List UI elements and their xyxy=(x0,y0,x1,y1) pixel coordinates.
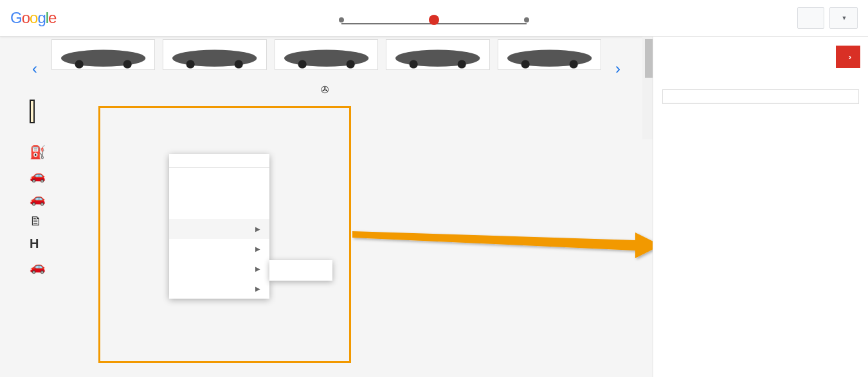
svg-point-14 xyxy=(569,60,577,68)
chevron-right-icon: › xyxy=(849,52,851,62)
document-icon: 🗎 xyxy=(30,214,49,229)
product-record-card xyxy=(662,89,859,104)
camera-icon: ✇ xyxy=(321,84,329,95)
step-dot xyxy=(339,17,344,22)
svg-point-12 xyxy=(507,49,592,66)
menu-clear-tag[interactable] xyxy=(169,154,269,168)
menu-review[interactable]: ▶ xyxy=(169,279,269,299)
svg-point-0 xyxy=(61,49,145,66)
progress-stepper xyxy=(339,11,529,25)
submenu-brand-name[interactable] xyxy=(269,260,332,270)
fuel-icon: ⛽ xyxy=(30,145,49,160)
step-dot xyxy=(524,17,529,22)
help-button[interactable] xyxy=(797,7,824,29)
menu-image[interactable] xyxy=(169,180,269,193)
scrollbar[interactable] xyxy=(642,37,653,139)
svg-point-2 xyxy=(123,60,132,68)
menu-name[interactable] xyxy=(169,168,269,180)
chevron-right-icon: ▶ xyxy=(255,265,260,272)
records-sidebar: › xyxy=(653,37,868,377)
car-thumbnail[interactable] xyxy=(275,39,378,70)
svg-point-11 xyxy=(458,60,466,68)
step-line xyxy=(341,23,431,24)
svg-point-10 xyxy=(410,60,418,68)
svg-point-9 xyxy=(395,49,480,66)
menu-offer[interactable]: ▶ xyxy=(169,239,269,259)
svg-point-13 xyxy=(521,60,529,68)
svg-point-8 xyxy=(346,60,354,68)
car-thumbnail[interactable] xyxy=(163,39,266,70)
content-area: ‹ › ✇ ⛽ 🚗 xyxy=(0,37,653,377)
image-carousel xyxy=(0,37,653,80)
car-icon: 🚗 xyxy=(30,191,49,206)
carousel-next-icon[interactable]: › xyxy=(615,60,620,78)
drivetrain-icon: H xyxy=(30,236,49,251)
create-html-button[interactable]: › xyxy=(836,46,860,68)
brand-submenu xyxy=(269,260,332,281)
car-icon: 🚗 xyxy=(30,259,49,274)
google-logo: Google xyxy=(10,9,56,27)
menu-url[interactable] xyxy=(169,206,269,219)
svg-point-1 xyxy=(75,60,84,68)
app-header: Google ▼ xyxy=(0,0,868,37)
settings-button[interactable]: ▼ xyxy=(829,7,858,29)
tag-context-menu: ▶ ▶ ▶ ▶ xyxy=(169,154,269,299)
tagged-selection[interactable] xyxy=(30,100,35,123)
svg-point-4 xyxy=(186,60,195,68)
svg-point-3 xyxy=(172,49,257,66)
car-icon: 🚗 xyxy=(30,168,49,183)
car-thumbnail[interactable] xyxy=(386,39,489,70)
car-thumbnail[interactable] xyxy=(498,39,601,70)
svg-point-6 xyxy=(284,49,368,66)
car-thumbnail[interactable] xyxy=(51,39,155,70)
show-all-photos-link[interactable]: ✇ xyxy=(0,80,653,100)
submenu-brand-logo[interactable] xyxy=(269,270,332,281)
step-dot-active xyxy=(429,15,439,25)
svg-point-7 xyxy=(298,60,306,68)
chevron-right-icon: ▶ xyxy=(255,225,260,232)
menu-aggregate-rating[interactable]: ▶ xyxy=(169,259,269,279)
svg-point-5 xyxy=(235,60,243,68)
step-line xyxy=(437,23,527,24)
chevron-right-icon: ▶ xyxy=(255,285,260,292)
carousel-prev-icon[interactable]: ‹ xyxy=(32,60,37,78)
menu-description[interactable] xyxy=(169,193,269,206)
record-header xyxy=(663,90,858,103)
menu-brand[interactable]: ▶ xyxy=(169,219,269,239)
chevron-right-icon: ▶ xyxy=(255,245,260,252)
